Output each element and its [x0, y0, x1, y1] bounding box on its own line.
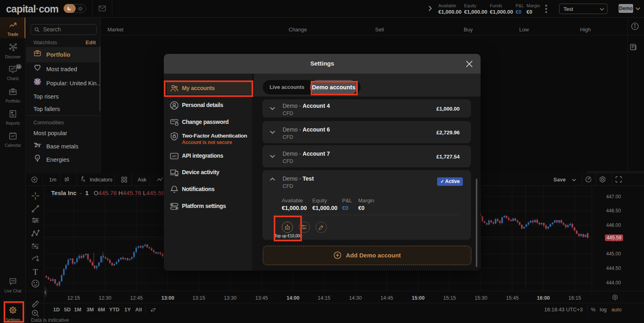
svg-text:API: API	[172, 155, 177, 158]
